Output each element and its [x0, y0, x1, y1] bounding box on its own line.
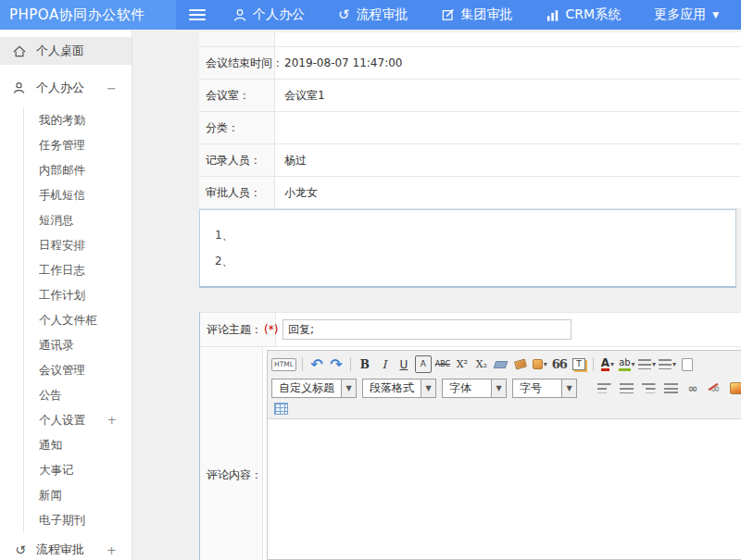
caret-down-icon: ▾	[610, 360, 614, 368]
blockquote-button[interactable]: 66	[551, 355, 568, 373]
nav-label: 个人办公	[253, 6, 305, 23]
table-row-cutoff	[199, 32, 741, 47]
align-justify-icon	[664, 383, 678, 393]
undo-button[interactable]: ↶	[308, 355, 325, 373]
nav-label: 集团审批	[461, 6, 513, 23]
sidebar-item-label: 个人办公	[36, 80, 84, 96]
font-color-button[interactable]: A▾	[599, 355, 616, 373]
top-navigation-bar: PHPOA协同办公软件 个人办公 ↺ 流程审批 集团审批 CRM系统 更多应用	[0, 0, 741, 30]
sidebar-item-task-management[interactable]: 任务管理	[24, 132, 132, 157]
row-label: 记录人员：	[199, 144, 275, 176]
font-size-select[interactable]: 字号 ▼	[512, 379, 577, 398]
align-right-button[interactable]	[640, 380, 657, 397]
sidebar-item-personal-office[interactable]: 个人办公 −	[0, 74, 132, 102]
sidebar: 个人桌面 个人办公 − 我的考勤 任务管理 内部邮件 手机短信 短消息 日程安排…	[0, 30, 132, 560]
content-line: 2、	[215, 248, 735, 274]
sidebar-item-notice[interactable]: 通知	[24, 432, 132, 457]
edit-icon	[442, 8, 455, 21]
sidebar-item-meeting-management[interactable]: 会议管理	[24, 357, 132, 382]
insert-link-button[interactable]: ∞	[684, 380, 701, 397]
highlight-color-button[interactable]: ab▾	[619, 355, 635, 373]
select-value: 自定义标题	[272, 380, 341, 397]
paragraph-format-select[interactable]: 段落格式 ▼	[362, 379, 436, 398]
collapse-icon[interactable]: −	[107, 81, 117, 95]
italic-button[interactable]: I	[376, 355, 393, 373]
remove-format-button[interactable]	[493, 355, 509, 373]
nav-item-more-apps[interactable]: 更多应用 ▼	[654, 6, 719, 23]
sidebar-item-e-journal[interactable]: 电子期刊	[24, 507, 132, 532]
sidebar-item-my-attendance[interactable]: 我的考勤	[24, 107, 132, 132]
redo-button[interactable]: ↷	[328, 355, 345, 373]
insert-image-button[interactable]	[729, 380, 741, 397]
chart-icon	[546, 9, 559, 21]
align-center-button[interactable]	[618, 380, 634, 397]
meeting-detail-table: 会议结束时间： 2019-08-07 11:47:00 会议室： 会议室1 分类…	[199, 32, 741, 209]
caret-down-icon: ▼	[712, 10, 719, 19]
align-right-icon	[642, 383, 656, 393]
caret-down-icon: ▾	[672, 360, 676, 368]
sidebar-item-label: 个人桌面	[36, 43, 84, 59]
remove-link-button[interactable]: ∞	[707, 380, 723, 397]
nav-item-group-approval[interactable]: 集团审批	[442, 6, 513, 23]
superscript-button[interactable]: X²	[454, 355, 471, 373]
table-row-meeting-end-time: 会议结束时间： 2019-08-07 11:47:00	[199, 47, 741, 80]
comment-subject-input[interactable]	[283, 319, 571, 340]
subscript-button[interactable]: X₂	[473, 355, 490, 373]
unordered-list-button[interactable]: ▾	[659, 355, 676, 373]
font-name-button[interactable]: A	[415, 355, 432, 373]
toolbar-row-1: HTML ↶ ↷ B I U A ABC X² X₂ ▾	[271, 353, 741, 376]
meeting-content-box: 1、 2、	[199, 209, 736, 288]
row-value: 杨过	[275, 144, 741, 176]
nav-item-personal-office[interactable]: 个人办公	[233, 6, 305, 23]
template-button[interactable]: T	[571, 355, 587, 373]
new-page-button[interactable]	[679, 355, 696, 373]
sidebar-item-work-plan[interactable]: 工作计划	[24, 282, 132, 307]
toolbar-separator	[593, 357, 594, 371]
comment-content-editor-area[interactable]	[268, 419, 741, 559]
bold-button[interactable]: B	[357, 355, 373, 373]
expand-icon[interactable]: +	[107, 407, 117, 432]
sidebar-item-workflow-approval[interactable]: ↺ 流程审批 +	[0, 536, 132, 560]
custom-heading-select[interactable]: 自定义标题 ▼	[271, 379, 357, 398]
sidebar-item-news[interactable]: 新闻	[24, 482, 132, 507]
expand-icon[interactable]: +	[107, 543, 117, 557]
home-icon	[13, 45, 28, 57]
history-icon: ↺	[13, 543, 28, 556]
row-label: 会议室：	[199, 80, 275, 111]
sidebar-item-personal-desktop[interactable]: 个人桌面	[0, 37, 132, 65]
sidebar-item-short-message[interactable]: 短消息	[24, 207, 132, 232]
nav-item-workflow-approval[interactable]: ↺ 流程审批	[338, 6, 408, 23]
sidebar-item-work-log[interactable]: 工作日志	[24, 257, 132, 282]
align-justify-button[interactable]	[662, 380, 679, 397]
toolbar-row-2: 自定义标题 ▼ 段落格式 ▼ 字体 ▼ 字号 ▼	[271, 376, 741, 400]
sidebar-item-personal-settings[interactable]: 个人设置 +	[24, 407, 132, 432]
sidebar-item-schedule[interactable]: 日程安排	[24, 232, 132, 257]
format-brush-button[interactable]	[512, 355, 529, 373]
sidebar-item-major-events[interactable]: 大事记	[24, 457, 132, 482]
caret-down-icon: ▼	[491, 380, 506, 397]
app-logo: PHPOA协同办公软件	[0, 0, 176, 30]
insert-table-button[interactable]	[271, 400, 288, 417]
caret-down-icon: ▾	[652, 360, 656, 368]
sidebar-item-internal-mail[interactable]: 内部邮件	[24, 157, 132, 182]
table-row-category: 分类：	[199, 112, 741, 144]
font-family-select[interactable]: 字体 ▼	[442, 379, 507, 398]
table-row-meeting-room: 会议室： 会议室1	[199, 80, 741, 112]
nav-item-crm-system[interactable]: CRM系统	[546, 6, 622, 23]
hamburger-menu-icon[interactable]	[189, 6, 206, 23]
strikethrough-button[interactable]: ABC	[434, 355, 451, 373]
sidebar-item-announcement[interactable]: 公告	[24, 382, 132, 407]
align-left-button[interactable]	[596, 380, 612, 397]
sidebar-item-sms[interactable]: 手机短信	[24, 182, 132, 207]
sidebar-item-contacts[interactable]: 通讯录	[24, 332, 132, 357]
toolbar-separator	[350, 357, 351, 371]
paint-dropdown-button[interactable]: ▾	[532, 355, 548, 373]
comment-section: 评论主题： (*) 评论内容： HTML ↶ ↷ B I	[199, 312, 741, 560]
caret-down-icon: ▾	[632, 360, 635, 368]
underline-button[interactable]: U	[396, 355, 412, 373]
ordered-list-button[interactable]: ▾	[638, 355, 656, 373]
sidebar-item-personal-files[interactable]: 个人文件柜	[24, 307, 132, 332]
comment-content-row: 评论内容： HTML ↶ ↷ B I U A ABC X²	[200, 347, 741, 560]
highlight-icon: ab	[619, 357, 630, 371]
html-source-button[interactable]: HTML	[271, 358, 296, 371]
